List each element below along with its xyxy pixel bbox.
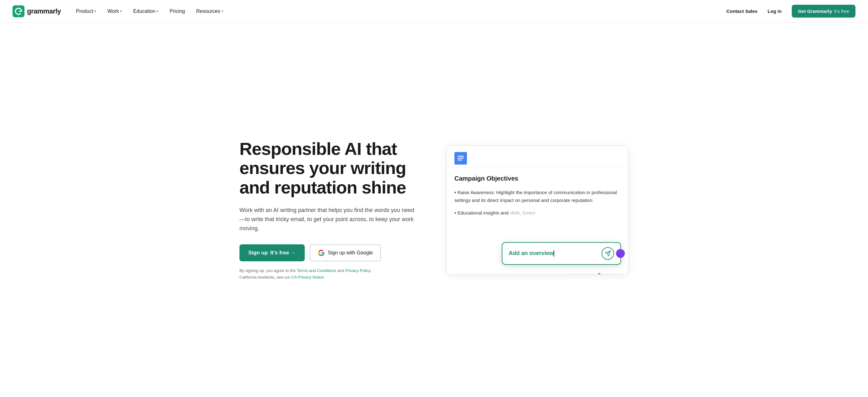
hero-buttons: Sign up It's free → Sign up with Google <box>240 244 422 261</box>
hero-section: Responsible AI that ensures your writing… <box>214 23 654 397</box>
hero-title: Responsible AI that ensures your writing… <box>240 139 422 197</box>
nav-item-resources[interactable]: Resources ▾ <box>191 6 228 17</box>
google-signup-label: Sign up with Google <box>328 250 373 256</box>
nav-education-label: Education <box>133 8 155 14</box>
doc-bullet-1: • Raise Awareness: Highlight the importa… <box>455 189 621 204</box>
grammarly-logo-icon <box>12 5 25 17</box>
nav-resources-label: Resources <box>196 8 220 14</box>
send-icon <box>605 250 611 257</box>
logo-link[interactable]: grammarly <box>12 5 61 17</box>
suggest-send-button[interactable] <box>601 247 614 260</box>
signup-label: Sign up <box>248 250 268 256</box>
ca-privacy-link[interactable]: CA Privacy Notice <box>291 275 324 280</box>
hero-left: Responsible AI that ensures your writing… <box>240 139 422 281</box>
hero-disclaimer: By signing up, you agree to the Terms an… <box>240 267 390 281</box>
contact-sales-link[interactable]: Contact Sales <box>726 8 757 14</box>
doc-title: Campaign Objectives <box>455 175 621 182</box>
svg-rect-4 <box>458 160 462 161</box>
doc-header <box>447 146 628 167</box>
doc-body: Campaign Objectives • Raise Awareness: H… <box>447 167 628 274</box>
signup-free-label: It's free → <box>270 250 296 256</box>
navbar: grammarly Product ▾ Work ▾ Education ▾ P… <box>0 0 868 23</box>
terms-link[interactable]: Terms and Conditions <box>297 268 336 273</box>
doc-bullet-2: • Educational insights and skills, foste… <box>455 209 621 217</box>
privacy-link[interactable]: Privacy Policy <box>345 268 371 273</box>
login-link[interactable]: Log in <box>763 6 787 16</box>
disclaimer-period: . <box>325 275 327 280</box>
get-grammarly-button[interactable]: Get Grammarly It's free <box>792 5 856 18</box>
chevron-down-icon: ▾ <box>157 9 158 13</box>
nav-links: Product ▾ Work ▾ Education ▾ Pricing Res… <box>71 6 726 17</box>
signup-button[interactable]: Sign up It's free → <box>240 244 305 261</box>
nav-item-pricing[interactable]: Pricing <box>164 6 190 17</box>
nav-product-label: Product <box>76 8 93 14</box>
nav-item-education[interactable]: Education ▾ <box>128 6 163 17</box>
nav-cta-free-label: It's free <box>834 8 849 14</box>
grammarly-suggest-box: Add an overview <box>502 242 621 265</box>
text-cursor <box>554 250 554 257</box>
chevron-down-icon: ▾ <box>94 9 96 13</box>
nav-work-label: Work <box>107 8 119 14</box>
nav-item-product[interactable]: Product ▾ <box>71 6 101 17</box>
suggest-text: Add an overview <box>509 250 596 257</box>
doc-card: Campaign Objectives • Raise Awareness: H… <box>446 145 628 275</box>
disclaimer-and: and <box>337 268 345 273</box>
logo-text: grammarly <box>27 7 61 16</box>
grammarly-dot <box>616 249 625 258</box>
google-docs-icon <box>455 152 467 165</box>
nav-cta-label: Get Grammarly <box>798 8 832 14</box>
doc-content: • Raise Awareness: Highlight the importa… <box>455 189 621 217</box>
chevron-down-icon: ▾ <box>222 9 223 13</box>
svg-rect-0 <box>12 5 25 17</box>
google-icon <box>318 249 325 256</box>
nav-item-work[interactable]: Work ▾ <box>102 6 127 17</box>
google-signup-button[interactable]: Sign up with Google <box>310 244 381 261</box>
svg-rect-3 <box>458 158 464 159</box>
nav-right: Contact Sales Log in Get Grammarly It's … <box>726 5 856 18</box>
chevron-down-icon: ▾ <box>120 9 122 13</box>
hero-subtitle: Work with an AI writing partner that hel… <box>240 206 415 233</box>
disclaimer-text: By signing up, you agree to the <box>240 268 297 273</box>
nav-pricing-label: Pricing <box>169 8 185 14</box>
hero-right: Campaign Objectives • Raise Awareness: H… <box>446 145 628 275</box>
svg-rect-2 <box>458 156 464 157</box>
